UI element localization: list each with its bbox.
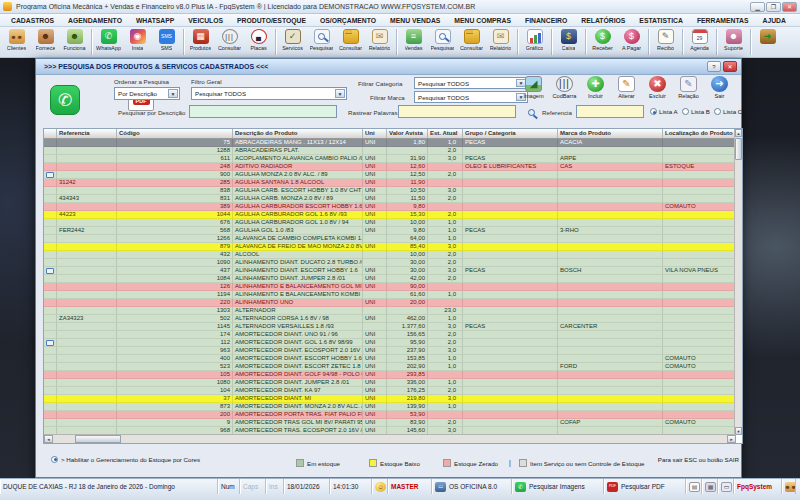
toolbar-consultar[interactable]: Consultar [336,28,365,57]
toolbar-pesquisar[interactable]: Pesquisar [428,28,457,57]
table-row[interactable]: 112AMORTECEDOR DIANT. GOL 1.6 8V 98/99UN… [44,339,742,347]
header-descri-o-do-produto[interactable]: Descrição do Produto [233,129,363,138]
scroll-down-icon[interactable]: ▼ [735,427,742,435]
dialog-close-icon[interactable]: ✕ [723,61,737,72]
table-row[interactable]: 523AMORTECEDOR DIANT. ESCORT ZETEC 1.8 1… [44,363,742,371]
table-row[interactable]: 900AGULHA MONZA 2.0 8V ALC. / 89UNI12,50… [44,171,742,179]
table-row[interactable]: 37AMORTECEDOR DIANT. MIUNI219,803,0 [44,395,742,403]
toolbar-produtos[interactable]: ▦Produtos [186,28,215,57]
table-row[interactable]: 963AMORTECEDOR DIANT. ECOSPORT 2.0 16V /… [44,347,742,355]
radio-lista-a[interactable]: Lista A [650,108,678,115]
table-row[interactable]: 1288ABRACADEIRAS PLAT.2,0 [44,147,742,155]
table-row[interactable]: 1084ALINHAMENTO DIANT. JUMPER 2.8 /01UNI… [44,275,742,283]
referencia-input[interactable] [576,105,644,118]
action-rela-o[interactable]: ✎Relação [673,75,704,105]
table-row[interactable]: 248ADITIVO RADIADORUNI12,60OLEO E LUBRIF… [44,163,742,171]
header-marca-do-produto[interactable]: Marca do Produto [558,129,663,138]
scroll-left-icon[interactable]: ◄ [44,435,53,443]
toolbar-funciona[interactable]: ☻Funciona [60,28,89,57]
menu-estatistica[interactable]: ESTATISTICA [632,17,690,24]
action-excluir[interactable]: ✖Excluir [642,75,673,105]
toolbar-consultar[interactable]: Consultar [457,28,486,57]
toolbar-suporte[interactable]: ☻Suporte [719,28,748,57]
table-row[interactable]: 174AMORTECEDOR DIANT. UNO 91 / 96UNI156,… [44,331,742,339]
menu-whatsapp[interactable]: WHATSAPP [129,17,181,24]
menu-os-or-amento[interactable]: OS/ORÇAMENTO [313,17,383,24]
table-row[interactable]: 105AMORTECEDOR DIANT. GOLF 94/98 - POLO … [44,371,742,379]
table-row[interactable]: 1080AMORTECEDOR DIANT. JUMPER 2.8 /01UNI… [44,379,742,387]
toolbar-gr-fico[interactable]: Gráfico [520,28,549,57]
radio-lista-c[interactable]: Lista C [714,108,742,115]
hscroll-thumb[interactable] [75,435,121,443]
header-c-digo[interactable]: Código [117,129,233,138]
vertical-scrollbar[interactable]: ▲ ▼ [734,129,742,435]
action-sair[interactable]: ➜Sair [704,75,735,105]
table-row[interactable]: 442231044AGULHA CARBURADOR GOL 1.6 8V /9… [44,211,742,219]
toolbar-whatsapp[interactable]: ✆WhatsApp [94,28,123,57]
toolbar-sms[interactable]: SMSSMS [152,28,181,57]
horizontal-scrollbar[interactable]: ◄ ► [44,434,736,443]
table-row[interactable]: 400AMORTECEDOR DIANT. ESCORT HOBBY 1.6 C… [44,355,742,363]
menu-menu-vendas[interactable]: MENU VENDAS [383,17,447,24]
menu-agendamento[interactable]: AGENDAMENTO [61,17,129,24]
table-row[interactable]: 873AMORTECEDOR DIANT. MONZA 2.0 8V ALC. … [44,403,742,411]
toolbar-pesquisar[interactable]: Pesquisar [307,28,336,57]
table-row[interactable]: 1090ALINHAMENTO DIANT. DUCATO 2.8 TURBO … [44,259,742,267]
menu-produto-estoque[interactable]: PRODUTO/ESTOQUE [230,17,313,24]
toolbar-relat-rio[interactable]: ✉Relatório [486,28,515,57]
menu-relat-rios[interactable]: RELATÓRIOS [574,17,632,24]
table-row[interactable]: FER2442568AGULHA GOL 1.0 /83UNI9,801,0PE… [44,227,742,235]
table-row[interactable]: 1194ALINHAMENTO E BALANCEAMENTO KOMBI 1.… [44,291,742,299]
status-pesquisar-imagens[interactable]: ✆Pesquisar Imagens [512,479,604,494]
toolbar-relat-rio[interactable]: ✉Relatório [365,28,394,57]
maximize-icon[interactable]: ❐ [766,2,781,12]
scroll-up-icon[interactable]: ▲ [735,129,742,137]
table-row[interactable]: 432ALCOOL10,002,0 [44,251,742,259]
categoria-select[interactable]: Pesquisar TODOS▼ [414,77,528,89]
table-row[interactable]: 879ALAVANCA DE FREIO DE MAO MONZA 2.0 8V… [44,243,742,251]
toolbar-placas[interactable]: ▄Placas [244,28,273,57]
menu-menu-compras[interactable]: MENU COMPRAS [447,17,518,24]
search-icon[interactable] [528,109,535,116]
filtro-geral-select[interactable]: Pesquisar TODOS▼ [191,87,347,100]
menu-ferramentas[interactable]: FERRAMENTAS [690,17,756,24]
table-row[interactable]: 126ALINHAMENTO E BALANCEAMENTO GOL MIUNI… [44,283,742,291]
table-row[interactable]: 611ACOPLAMENTO ALAVANCA CAMBIO PALIO /00… [44,155,742,163]
toolbar-recibo[interactable]: ✎Recibo [651,28,680,57]
header-grupo-categoria[interactable]: Grupo / Categoria [463,129,558,138]
table-row[interactable]: 676AGULHA CARBURADOR GOL 1.0 8V / 94UNI1… [44,219,742,227]
rastrear-input[interactable] [398,105,516,118]
pesquisar-desc-input[interactable] [189,105,337,118]
legend-toggle[interactable]: > Habilitar o Gerenciamento do Estoque p… [51,456,200,463]
vscroll-thumb[interactable] [735,138,742,160]
radio-lista-b[interactable]: Lista B [682,108,710,115]
toolbar-agenda[interactable]: 29Agenda [685,28,714,57]
table-row[interactable]: 1145ALTERNADOR VERSAILLES 1.8 /931.377,6… [44,323,742,331]
toolbar-fornece[interactable]: ☻Fornece [31,28,60,57]
table-row[interactable]: 9AMORTECEDOR TRAS GOL MI 8V/ PARATI 95/U… [44,419,742,427]
toolbar-consultar[interactable]: |||Consultar [215,28,244,57]
marca-select[interactable]: Pesquisar TODOS▼ [414,91,528,103]
table-row[interactable]: 1303ALTERNADOR23,0 [44,307,742,315]
table-row[interactable]: 389AGULHA CARBURADOR ESCORT HOBBY 1.6 CH… [44,203,742,211]
status-pesquisar-pdf[interactable]: PDFPesquisar PDF [604,479,686,494]
menu-cadastros[interactable]: CADASTROS [4,17,61,24]
toolbar-vendas[interactable]: ≡Vendas [399,28,428,57]
action-incluir[interactable]: ✚Incluir [580,75,611,105]
menu-financeiro[interactable]: FINANCEIRO [518,17,574,24]
menu-veiculos[interactable]: VEICULOS [181,17,230,24]
scroll-right-icon[interactable]: ► [727,435,736,443]
table-row[interactable]: 437ALINHAMENTO DIANT. ESCORT HOBBY 1.6UN… [44,267,742,275]
whatsapp-icon[interactable]: ✆ [50,85,80,115]
table-row[interactable]: 104AMORTECEDOR DIANT. KA 97UNI176,252,0 [44,387,742,395]
header-referencia[interactable]: Referencia [57,129,117,138]
close-icon[interactable]: ✕ [782,2,797,12]
toolbar-receber[interactable]: $Receber [588,28,617,57]
action-alterar[interactable]: ✎Alterar [611,75,642,105]
toolbar-clientes[interactable]: ☻☻Clientes [2,28,31,57]
table-row[interactable]: 31242285AGULHA SANTANA 1.8 ALCOOLUNI11,9… [44,179,742,187]
table-row[interactable]: 434343831AGULHA CARB. MONZA 2.0 8V / 89U… [44,195,742,203]
table-row[interactable]: 1266ALAVANCA DE CAMBIO COMPLETA KOMBI 1.… [44,235,742,243]
table-row[interactable]: 200AMORTECEDOR PORTA TRAS. FIAT PALIO FI… [44,411,742,419]
dialog-titlebar[interactable]: >>> PESQUISA DOS PRODUTOS & SERVIÇOS CAD… [36,59,741,75]
